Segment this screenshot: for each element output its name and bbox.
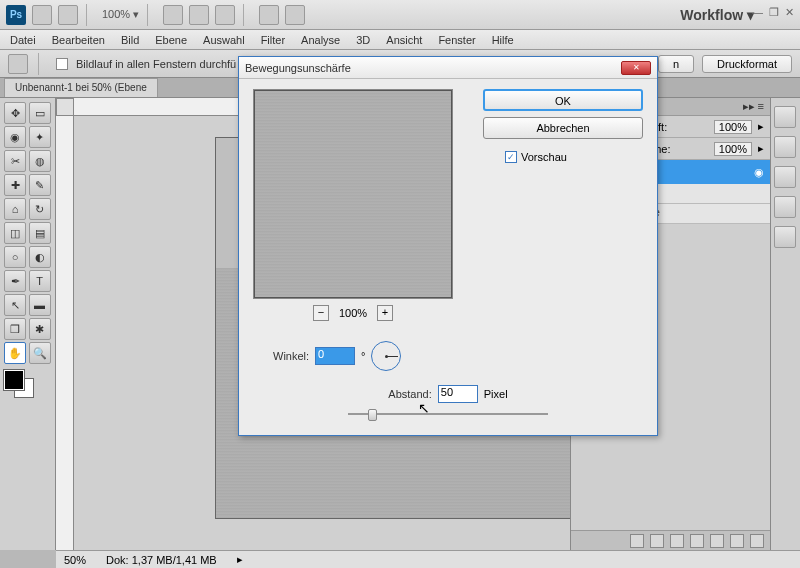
menu-ansicht[interactable]: Ansicht bbox=[386, 34, 422, 46]
scroll-all-label: Bildlauf in allen Fenstern durchfü bbox=[76, 58, 236, 70]
hand-icon[interactable] bbox=[163, 5, 183, 25]
cancel-button[interactable]: Abbrechen bbox=[483, 117, 643, 139]
opacity-value[interactable]: 100% bbox=[714, 120, 752, 134]
link-icon[interactable] bbox=[630, 534, 644, 548]
document-tab[interactable]: Unbenannt-1 bei 50% (Ebene bbox=[4, 78, 158, 97]
stamp-tool[interactable]: ⌂ bbox=[4, 198, 26, 220]
maximize-icon[interactable]: ❐ bbox=[769, 6, 779, 19]
crop-tool[interactable]: ✂ bbox=[4, 150, 26, 172]
scroll-all-checkbox[interactable] bbox=[56, 58, 68, 70]
history-brush-tool[interactable]: ↻ bbox=[29, 198, 51, 220]
close-icon[interactable]: ✕ bbox=[785, 6, 794, 19]
menu-datei[interactable]: Datei bbox=[10, 34, 36, 46]
fill-value[interactable]: 100% bbox=[714, 142, 752, 156]
screenmode-icon[interactable] bbox=[285, 5, 305, 25]
dock-layers-icon[interactable] bbox=[774, 106, 796, 128]
trash-icon[interactable] bbox=[750, 534, 764, 548]
3d-camera-tool[interactable]: ✱ bbox=[29, 318, 51, 340]
workspace-switcher[interactable]: Workflow ▾ bbox=[680, 7, 754, 23]
zoom-in-button[interactable]: + bbox=[377, 305, 393, 321]
gradient-tool[interactable]: ▤ bbox=[29, 222, 51, 244]
dialog-title: Bewegungsunschärfe bbox=[245, 62, 621, 74]
folder-icon[interactable] bbox=[710, 534, 724, 548]
motion-blur-dialog: Bewegungsunschärfe ✕ − 100% + OK Abbrech… bbox=[238, 56, 658, 436]
menu-bild[interactable]: Bild bbox=[121, 34, 139, 46]
type-tool[interactable]: T bbox=[29, 270, 51, 292]
shape-tool[interactable]: ▬ bbox=[29, 294, 51, 316]
dialog-title-bar[interactable]: Bewegungsunschärfe ✕ bbox=[239, 57, 657, 79]
tool-preset-icon[interactable] bbox=[8, 54, 28, 74]
zoom-icon[interactable] bbox=[189, 5, 209, 25]
preview-area[interactable] bbox=[253, 89, 453, 299]
dock-history-icon[interactable] bbox=[774, 226, 796, 248]
adjust-icon[interactable] bbox=[690, 534, 704, 548]
ok-button[interactable]: OK bbox=[483, 89, 643, 111]
menu-bar: Datei Bearbeiten Bild Ebene Auswahl Filt… bbox=[0, 30, 800, 50]
dock-paths-icon[interactable] bbox=[774, 166, 796, 188]
ruler-vertical bbox=[56, 116, 74, 550]
mask-icon[interactable] bbox=[670, 534, 684, 548]
app-logo: Ps bbox=[6, 5, 26, 25]
actual-pixels-button[interactable]: n bbox=[658, 55, 694, 73]
status-bar: 50% Dok: 1,37 MB/1,41 MB ▸ bbox=[56, 550, 800, 568]
lasso-tool[interactable]: ◉ bbox=[4, 126, 26, 148]
preview-checkbox[interactable]: ✓ bbox=[505, 151, 517, 163]
blur-tool[interactable]: ○ bbox=[4, 246, 26, 268]
pen-tool[interactable]: ✒ bbox=[4, 270, 26, 292]
fx-icon[interactable] bbox=[650, 534, 664, 548]
dialog-close-button[interactable]: ✕ bbox=[621, 61, 651, 75]
status-doc-size: Dok: 1,37 MB/1,41 MB bbox=[106, 554, 217, 566]
path-tool[interactable]: ↖ bbox=[4, 294, 26, 316]
angle-unit: ° bbox=[361, 350, 365, 362]
menu-fenster[interactable]: Fenster bbox=[438, 34, 475, 46]
distance-slider[interactable] bbox=[348, 407, 548, 421]
dodge-tool[interactable]: ◐ bbox=[29, 246, 51, 268]
angle-label: Winkel: bbox=[273, 350, 309, 362]
zoom-dropdown[interactable]: 100% ▾ bbox=[102, 8, 139, 21]
brush-tool[interactable]: ✎ bbox=[29, 174, 51, 196]
marquee-tool[interactable]: ▭ bbox=[29, 102, 51, 124]
distance-unit: Pixel bbox=[484, 388, 508, 400]
minimize-icon[interactable]: — bbox=[752, 6, 763, 19]
move-tool[interactable]: ✥ bbox=[4, 102, 26, 124]
menu-bearbeiten[interactable]: Bearbeiten bbox=[52, 34, 105, 46]
distance-input[interactable]: 50 bbox=[438, 385, 478, 403]
eraser-tool[interactable]: ◫ bbox=[4, 222, 26, 244]
zoom-tool[interactable]: 🔍 bbox=[29, 342, 51, 364]
heal-tool[interactable]: ✚ bbox=[4, 174, 26, 196]
arrange-icon[interactable] bbox=[259, 5, 279, 25]
print-format-button[interactable]: Druckformat bbox=[702, 55, 792, 73]
right-dock bbox=[770, 98, 800, 550]
preview-zoom-value: 100% bbox=[339, 307, 367, 319]
new-layer-icon[interactable] bbox=[730, 534, 744, 548]
dock-channels-icon[interactable] bbox=[774, 136, 796, 158]
wand-tool[interactable]: ✦ bbox=[29, 126, 51, 148]
status-zoom[interactable]: 50% bbox=[64, 554, 86, 566]
menu-hilfe[interactable]: Hilfe bbox=[492, 34, 514, 46]
menu-filter[interactable]: Filter bbox=[261, 34, 285, 46]
rotate-icon[interactable] bbox=[215, 5, 235, 25]
ruler-origin bbox=[56, 98, 74, 116]
distance-label: Abstand: bbox=[388, 388, 431, 400]
color-swatches[interactable] bbox=[4, 370, 51, 402]
menu-3d[interactable]: 3D bbox=[356, 34, 370, 46]
panel-footer bbox=[571, 530, 770, 550]
menu-ebene[interactable]: Ebene bbox=[155, 34, 187, 46]
angle-input[interactable]: 0 bbox=[315, 347, 355, 365]
app-top-bar: Ps 100% ▾ Workflow ▾ — ❐ ✕ bbox=[0, 0, 800, 30]
menu-auswahl[interactable]: Auswahl bbox=[203, 34, 245, 46]
bridge-icon[interactable] bbox=[32, 5, 52, 25]
menu-analyse[interactable]: Analyse bbox=[301, 34, 340, 46]
3d-tool[interactable]: ❒ bbox=[4, 318, 26, 340]
hand-tool[interactable]: ✋ bbox=[4, 342, 26, 364]
dock-adjust-icon[interactable] bbox=[774, 196, 796, 218]
preview-label: Vorschau bbox=[521, 151, 567, 163]
zoom-out-button[interactable]: − bbox=[313, 305, 329, 321]
history-icon[interactable] bbox=[58, 5, 78, 25]
eyedropper-tool[interactable]: ◍ bbox=[29, 150, 51, 172]
toolbox: ✥ ▭ ◉ ✦ ✂ ◍ ✚ ✎ ⌂ ↻ ◫ ▤ ○ ◐ ✒ T ↖ ▬ ❒ ✱ … bbox=[0, 98, 56, 550]
angle-dial[interactable] bbox=[371, 341, 401, 371]
